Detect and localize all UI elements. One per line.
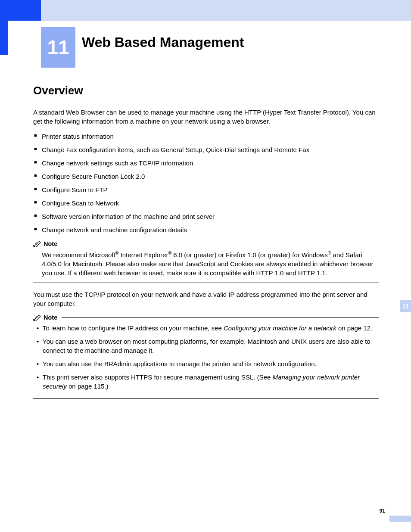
page-content: Overview A standard Web Browser can be u… — [33, 84, 379, 406]
note-rule — [62, 244, 379, 244]
note-rule — [33, 398, 379, 399]
note-rule — [33, 283, 379, 283]
note-rule — [62, 317, 379, 318]
note-body: We recommend Microsoft® Internet Explore… — [33, 250, 379, 283]
section-heading: Overview — [33, 84, 379, 97]
note-text: This print server also supports HTTPS fo… — [43, 373, 273, 381]
note-header: Note — [33, 240, 379, 247]
registered-mark: ® — [328, 250, 331, 255]
note-block-1: Note We recommend Microsoft® Internet Ex… — [33, 240, 379, 283]
list-item: Change Fax configuration items, such as … — [33, 145, 379, 154]
registered-mark: ® — [168, 250, 171, 255]
note-text: To learn how to configure the IP address… — [43, 324, 224, 332]
note-text: on page 12. — [336, 324, 372, 332]
note-header: Note — [33, 314, 379, 321]
note-text: 6.0 (or greater) or Firefox 1.0 (or grea… — [171, 251, 328, 258]
list-item: Change network settings such as TCP/IP i… — [33, 159, 379, 168]
note-block-2: Note To learn how to configure the IP ad… — [33, 314, 379, 399]
list-item: To learn how to configure the IP address… — [33, 324, 379, 333]
chapter-number: 11 — [47, 36, 69, 59]
list-item: Configure Scan to Network — [33, 199, 379, 208]
note-text: Internet Explorer — [118, 251, 168, 258]
list-item: This print server also supports HTTPS fo… — [33, 373, 379, 391]
note-text: We recommend Microsoft — [42, 251, 115, 258]
list-item: Software version information of the mach… — [33, 212, 379, 221]
note-text: on page 115.) — [67, 383, 109, 390]
intro-paragraph: A standard Web Browser can be used to ma… — [33, 108, 379, 126]
chapter-tab[interactable]: 11 — [400, 300, 411, 312]
chapter-number-box: 11 — [41, 27, 75, 68]
list-item: Printer status information — [33, 132, 379, 141]
list-item: You can also use the BRAdmin application… — [33, 359, 379, 368]
note-icon — [33, 240, 42, 247]
cross-reference-link[interactable]: Configuring your machine for a network — [224, 324, 336, 332]
list-item: Configure Scan to FTP — [33, 185, 379, 194]
header-accent — [0, 0, 41, 21]
page-number: 91 — [380, 508, 385, 514]
note-icon — [33, 314, 42, 321]
paragraph: You must use the TCP/IP protocol on your… — [33, 290, 379, 308]
list-item: Change network and machine configuration… — [33, 225, 379, 234]
footer-accent — [389, 516, 411, 522]
feature-list: Printer status information Change Fax co… — [33, 132, 379, 234]
side-accent — [0, 21, 8, 55]
chapter-title: Web Based Management — [82, 34, 244, 50]
list-item: Configure Secure Function Lock 2.0 — [33, 172, 379, 181]
header-band — [0, 0, 411, 21]
note-label: Note — [44, 240, 57, 247]
note-label: Note — [44, 314, 57, 321]
list-item: You can use a web browser on most comput… — [33, 337, 379, 355]
